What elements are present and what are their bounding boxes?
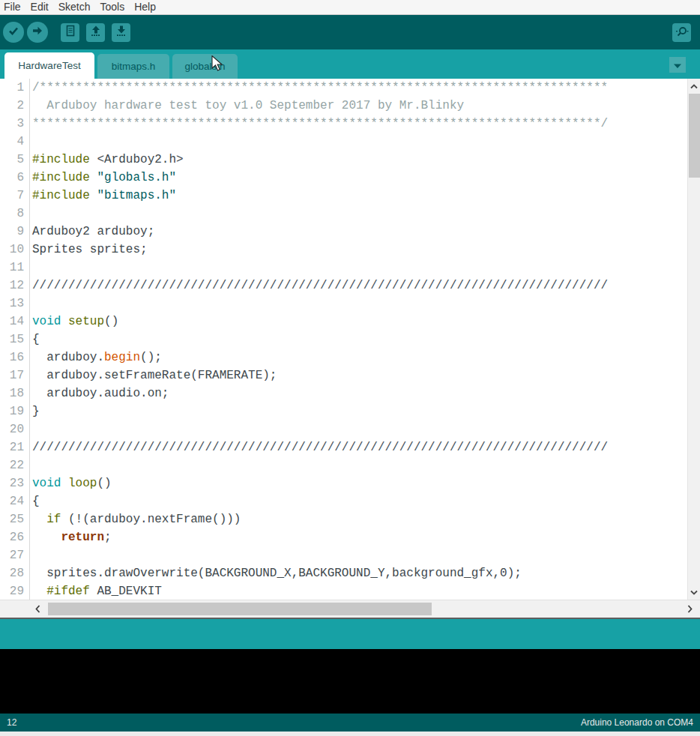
vertical-scrollbar-thumb[interactable]	[689, 94, 700, 178]
code-text: if (!(arduboy.nextFrame()))	[30, 510, 241, 528]
code-text	[30, 546, 32, 564]
line-number: 6	[0, 169, 30, 187]
code-line: 28 sprites.drawOverwrite(BACKGROUND_X,BA…	[0, 564, 700, 582]
line-number: 27	[0, 546, 30, 564]
tab-bitmaps-h[interactable]: bitmaps.h	[97, 54, 169, 79]
code-text	[30, 205, 32, 223]
code-line: 13	[0, 295, 700, 313]
new-sketch-button[interactable]	[61, 23, 79, 42]
code-text: #include "bitmaps.h"	[30, 187, 176, 205]
scroll-up-arrow-icon[interactable]	[688, 79, 700, 93]
line-number: 18	[0, 384, 30, 402]
code-text: ****************************************…	[30, 115, 608, 133]
code-text: sprites.drawOverwrite(BACKGROUND_X,BACKG…	[30, 564, 522, 582]
line-number: 28	[0, 564, 30, 582]
check-icon	[7, 25, 19, 40]
code-text: void setup()	[30, 313, 118, 331]
line-number: 21	[0, 438, 30, 456]
up-arrow-tray-icon	[90, 25, 102, 40]
line-number: 22	[0, 456, 30, 474]
code-text	[30, 456, 32, 474]
line-number: 1	[0, 79, 30, 97]
menu-tools[interactable]: Tools	[97, 1, 131, 13]
code-text: arduboy.audio.on;	[30, 384, 169, 402]
status-message-bar	[0, 619, 700, 649]
bottom-status-bar: 12 Arduino Leonardo on COM4	[0, 714, 700, 732]
line-number: 17	[0, 367, 30, 384]
code-line: 17 arduboy.setFrameRate(FRAMERATE);	[0, 367, 700, 384]
line-number: 14	[0, 313, 30, 331]
line-number: 4	[0, 133, 30, 151]
code-text	[30, 133, 32, 151]
code-line: 19}	[0, 402, 700, 420]
code-line: 21//////////////////////////////////////…	[0, 438, 700, 456]
board-port-info: Arduino Leonardo on COM4	[581, 717, 693, 728]
tab-hardwaretest[interactable]: HardwareTest	[4, 52, 94, 79]
line-number: 16	[0, 349, 30, 367]
code-line: 23void loop()	[0, 474, 700, 492]
open-sketch-button[interactable]	[86, 23, 105, 42]
code-line: 26 return;	[0, 528, 700, 546]
code-text: void loop()	[30, 474, 112, 492]
code-line: 27	[0, 546, 700, 564]
code-text: /***************************************…	[30, 79, 608, 97]
upload-button[interactable]	[27, 22, 48, 43]
line-number: 8	[0, 205, 30, 223]
line-number: 3	[0, 115, 30, 133]
code-line: 4	[0, 133, 700, 151]
menu-edit[interactable]: Edit	[27, 1, 55, 13]
line-number: 23	[0, 474, 30, 492]
line-number: 29	[0, 582, 30, 600]
scroll-down-arrow-icon[interactable]	[688, 585, 700, 599]
code-text: arduboy.setFrameRate(FRAMERATE);	[30, 367, 277, 384]
code-line: 6#include "globals.h"	[0, 169, 700, 187]
code-text: }	[30, 402, 40, 420]
code-line: 8	[0, 205, 700, 223]
code-text	[30, 259, 32, 277]
code-line: 10Sprites sprites;	[0, 241, 700, 259]
menu-help[interactable]: Help	[130, 1, 162, 13]
document-icon	[64, 25, 76, 40]
menu-file[interactable]: File	[0, 1, 27, 13]
vertical-scrollbar[interactable]	[687, 79, 700, 600]
save-sketch-button[interactable]	[112, 23, 130, 42]
scroll-left-arrow-icon[interactable]	[31, 603, 43, 615]
code-line: 22	[0, 456, 700, 474]
code-line: 18 arduboy.audio.on;	[0, 384, 700, 402]
tab-list-dropdown-button[interactable]	[669, 57, 686, 73]
code-line: 29 #ifdef AB_DEVKIT	[0, 582, 700, 600]
down-arrow-tray-icon	[115, 25, 127, 40]
code-text: Arduboy hardware test toy v1.0 September…	[30, 97, 464, 115]
code-text	[30, 420, 32, 438]
toolbar	[0, 15, 700, 49]
code-text: Sprites sprites;	[30, 241, 148, 259]
code-line: 20	[0, 420, 700, 438]
menu-bar: FileEditSketchToolsHelp	[0, 0, 700, 15]
scroll-right-arrow-icon[interactable]	[684, 603, 696, 615]
code-editor[interactable]: 1/**************************************…	[0, 79, 700, 600]
line-number: 12	[0, 277, 30, 295]
horizontal-scrollbar-thumb[interactable]	[48, 603, 432, 615]
line-number: 5	[0, 151, 30, 169]
code-line: 2 Arduboy hardware test toy v1.0 Septemb…	[0, 97, 700, 115]
code-line: 16 arduboy.begin();	[0, 349, 700, 367]
line-number: 25	[0, 510, 30, 528]
code-line: 15{	[0, 331, 700, 349]
right-arrow-icon	[31, 25, 43, 40]
code-text: {	[30, 331, 40, 349]
chevron-down-icon	[673, 58, 682, 72]
line-number: 13	[0, 295, 30, 313]
code-line: 14void setup()	[0, 313, 700, 331]
serial-monitor-button[interactable]	[672, 23, 691, 42]
code-line: 5#include <Arduboy2.h>	[0, 151, 700, 169]
menu-sketch[interactable]: Sketch	[55, 1, 97, 13]
line-number: 7	[0, 187, 30, 205]
verify-button[interactable]	[3, 22, 24, 43]
tab-globals-h[interactable]: globals.h	[172, 54, 238, 79]
line-number: 10	[0, 241, 30, 259]
horizontal-scrollbar[interactable]	[0, 600, 700, 618]
tab-bar: HardwareTestbitmaps.hglobals.h	[0, 49, 700, 79]
code-line: 11	[0, 259, 700, 277]
code-line: 12//////////////////////////////////////…	[0, 277, 700, 295]
code-line: 9Arduboy2 arduboy;	[0, 223, 700, 241]
